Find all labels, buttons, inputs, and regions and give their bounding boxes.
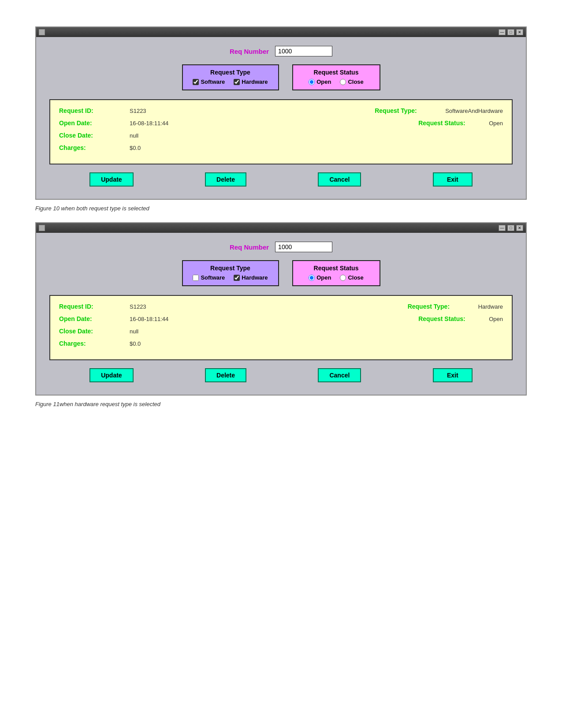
type-status-row-fig11: Request Type Software Hardware Request S… xyxy=(49,260,513,286)
checkbox-row-fig11: Software Hardware xyxy=(192,274,269,281)
result-status-label-fig10: Request Status: xyxy=(418,119,489,127)
delete-button-fig10[interactable]: Delete xyxy=(205,172,246,187)
window-figure10: — □ ✕ Req Number Request Type Software xyxy=(35,26,527,200)
result-row-charges-fig11: Charges: $0.0 xyxy=(59,340,503,347)
close-button[interactable]: ✕ xyxy=(516,29,523,35)
cancel-button-fig11[interactable]: Cancel xyxy=(318,368,361,382)
result-panel-fig10: Request ID: S1223 Request Type: Software… xyxy=(49,99,513,164)
result-opendate-value-fig11: 16-08-18:11:44 xyxy=(130,316,168,322)
request-type-title-fig11: Request Type xyxy=(192,265,269,272)
window-body-figure10: Req Number Request Type Software Hardwar… xyxy=(36,37,526,199)
figure10-caption: Figure 10 when both request type is sele… xyxy=(35,205,527,212)
radio-row-fig10: Open Close xyxy=(302,78,371,85)
software-checkbox-label-fig10[interactable]: Software xyxy=(193,78,225,85)
exit-button-fig11[interactable]: Exit xyxy=(433,368,473,382)
open-radio-fig10[interactable] xyxy=(309,79,315,85)
request-status-title-fig10: Request Status xyxy=(302,69,371,76)
result-row-id-fig10: Request ID: S1223 Request Type: Software… xyxy=(59,107,503,114)
update-button-fig11[interactable]: Update xyxy=(89,368,133,382)
titlebar-figure10: — □ ✕ xyxy=(36,27,526,37)
close-radio-label-fig10[interactable]: Close xyxy=(340,78,363,85)
hardware-checkbox-fig11[interactable] xyxy=(234,275,240,281)
figure11-caption: Figure 11when hardware request type is s… xyxy=(35,401,527,407)
hardware-checkbox-fig10[interactable] xyxy=(234,79,240,85)
request-status-title-fig11: Request Status xyxy=(302,265,371,272)
titlebar-controls-fig11: — □ ✕ xyxy=(499,225,523,231)
checkbox-row-fig10: Software Hardware xyxy=(192,78,269,85)
cancel-button-fig10[interactable]: Cancel xyxy=(318,172,361,187)
result-charges-value-fig11: $0.0 xyxy=(130,340,141,347)
close-button-fig11[interactable]: ✕ xyxy=(516,225,523,231)
req-number-label: Req Number xyxy=(230,48,269,55)
close-radio-text-fig11: Close xyxy=(348,274,363,281)
titlebar-icon xyxy=(39,29,45,35)
result-type-label-fig11: Request Type: xyxy=(408,303,478,310)
req-number-label-fig11: Req Number xyxy=(230,243,269,251)
result-row-id-fig11: Request ID: S1223 Request Type: Hardware xyxy=(59,303,503,310)
hardware-label-fig10: Hardware xyxy=(242,78,268,85)
minimize-button[interactable]: — xyxy=(499,29,506,35)
result-row-closedate-fig11: Close Date: null xyxy=(59,328,503,335)
open-radio-text-fig11: Open xyxy=(316,274,331,281)
software-label-fig11: Software xyxy=(201,274,225,281)
software-checkbox-fig10[interactable] xyxy=(193,79,199,85)
result-row-date-fig10: Open Date: 16-08-18:11:44 Request Status… xyxy=(59,119,503,127)
close-radio-fig10[interactable] xyxy=(340,79,346,85)
result-status-value-fig11: Open xyxy=(489,316,503,322)
buttons-row-fig11: Update Delete Cancel Exit xyxy=(49,368,513,382)
result-opendate-value-fig10: 16-08-18:11:44 xyxy=(130,120,168,127)
request-type-box-fig10: Request Type Software Hardware xyxy=(182,64,279,90)
result-charges-label-fig11: Charges: xyxy=(59,340,130,347)
request-status-box-fig10: Request Status Open Close xyxy=(292,64,380,90)
minimize-button-fig11[interactable]: — xyxy=(499,225,506,231)
open-radio-text-fig10: Open xyxy=(316,78,331,85)
buttons-row-fig10: Update Delete Cancel Exit xyxy=(49,172,513,187)
result-panel-fig11: Request ID: S1223 Request Type: Hardware… xyxy=(49,295,513,360)
software-checkbox-label-fig11[interactable]: Software xyxy=(193,274,225,281)
titlebar-icon-fig11 xyxy=(39,225,45,231)
result-status-label-fig11: Request Status: xyxy=(418,315,489,322)
result-row-date-fig11: Open Date: 16-08-18:11:44 Request Status… xyxy=(59,315,503,322)
result-row-charges-fig10: Charges: $0.0 xyxy=(59,144,503,151)
result-id-value-fig11: S1223 xyxy=(130,303,146,310)
maximize-button-fig11[interactable]: □ xyxy=(507,225,514,231)
window-body-figure11: Req Number Request Type Software Hardwar… xyxy=(36,233,526,395)
close-radio-fig11[interactable] xyxy=(340,275,346,281)
result-charges-value-fig10: $0.0 xyxy=(130,145,141,151)
result-closedate-label-fig10: Close Date: xyxy=(59,132,130,139)
maximize-button[interactable]: □ xyxy=(507,29,514,35)
open-radio-label-fig10[interactable]: Open xyxy=(309,78,331,85)
close-radio-label-fig11[interactable]: Close xyxy=(340,274,363,281)
result-closedate-label-fig11: Close Date: xyxy=(59,328,130,335)
req-number-input[interactable] xyxy=(275,46,332,56)
result-id-label-fig11: Request ID: xyxy=(59,303,130,310)
request-type-box-fig11: Request Type Software Hardware xyxy=(182,260,279,286)
req-number-input-fig11[interactable] xyxy=(275,242,332,252)
req-number-row-fig11: Req Number xyxy=(49,242,513,252)
result-status-value-fig10: Open xyxy=(489,120,503,127)
titlebar-figure11: — □ ✕ xyxy=(36,223,526,233)
titlebar-controls: — □ ✕ xyxy=(499,29,523,35)
delete-button-fig11[interactable]: Delete xyxy=(205,368,246,382)
result-opendate-label-fig10: Open Date: xyxy=(59,119,130,127)
open-radio-fig11[interactable] xyxy=(309,275,315,281)
result-id-value-fig10: S1223 xyxy=(130,108,146,114)
result-closedate-value-fig11: null xyxy=(130,328,138,335)
hardware-checkbox-label-fig10[interactable]: Hardware xyxy=(234,78,268,85)
result-id-label-fig10: Request ID: xyxy=(59,107,130,114)
exit-button-fig10[interactable]: Exit xyxy=(433,172,473,187)
open-radio-label-fig11[interactable]: Open xyxy=(309,274,331,281)
window-figure11: — □ ✕ Req Number Request Type Software xyxy=(35,222,527,396)
close-radio-text-fig10: Close xyxy=(348,78,363,85)
result-closedate-value-fig10: null xyxy=(130,132,138,139)
type-status-row-fig10: Request Type Software Hardware Request S… xyxy=(49,64,513,90)
software-checkbox-fig11[interactable] xyxy=(193,275,199,281)
update-button-fig10[interactable]: Update xyxy=(89,172,133,187)
result-charges-label-fig10: Charges: xyxy=(59,144,130,151)
result-opendate-label-fig11: Open Date: xyxy=(59,315,130,322)
result-type-value-fig11: Hardware xyxy=(478,303,503,310)
hardware-checkbox-label-fig11[interactable]: Hardware xyxy=(234,274,268,281)
radio-row-fig11: Open Close xyxy=(302,274,371,281)
request-type-title-fig10: Request Type xyxy=(192,69,269,76)
result-type-value-fig10: SoftwareAndHardware xyxy=(445,108,503,114)
